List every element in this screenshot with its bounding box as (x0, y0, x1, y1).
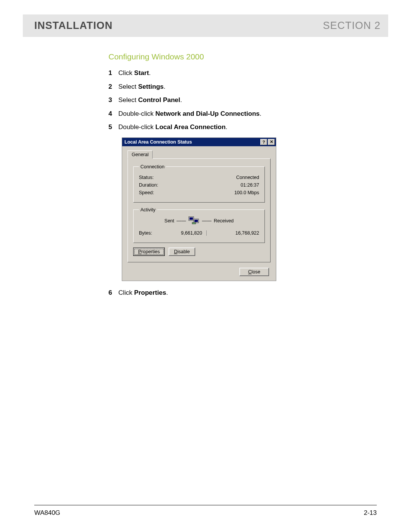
step-number: 4 (108, 109, 118, 119)
tab-general[interactable]: General (127, 150, 153, 159)
header-title: INSTALLATION (34, 20, 113, 32)
connection-legend: Connection (139, 164, 166, 169)
activity-group: Activity Sent —— (133, 207, 265, 243)
step-text: Double-click Local Area Connection. (118, 122, 228, 132)
step-number: 5 (108, 122, 118, 132)
step-number: 3 (108, 95, 118, 105)
separator (206, 230, 207, 236)
network-computers-icon (188, 216, 200, 226)
step-item: 6 Click Properties. (108, 288, 377, 298)
svg-rect-3 (194, 220, 198, 222)
activity-dash: —— (177, 218, 186, 224)
footer-model: WA840G (34, 509, 60, 517)
subheading: Configuring Windows 2000 (108, 52, 377, 61)
svg-rect-4 (192, 222, 196, 224)
bytes-sent: 9,661,820 (181, 230, 202, 236)
step-item: 1 Click Start. (108, 68, 377, 78)
sent-label: Sent (164, 218, 174, 224)
step-text: Double-click Network and Dial-Up Connect… (118, 109, 261, 119)
tab-panel: Connection Status: Connected Duration: 0… (127, 158, 271, 263)
step-text: Click Start. (118, 68, 151, 78)
bytes-label: Bytes: (139, 230, 152, 236)
page-header: INSTALLATION SECTION 2 (23, 14, 388, 37)
help-button[interactable]: ? (260, 139, 267, 145)
header-section: SECTION 2 (323, 20, 381, 32)
duration-value: 01:26:37 (241, 182, 259, 188)
disable-button[interactable]: Disable (169, 248, 195, 256)
step-list-a: 1 Click Start. 2 Select Settings. 3 Sele… (108, 68, 377, 132)
activity-legend: Activity (139, 207, 157, 212)
received-label: Received (214, 218, 234, 224)
bytes-received: 16,768,922 (235, 230, 259, 236)
dialog-title: Local Area Connection Status (124, 139, 192, 145)
page-footer: WA840G 2-13 (34, 505, 377, 517)
step-item: 3 Select Control Panel. (108, 95, 377, 105)
properties-button[interactable]: Properties (133, 248, 165, 256)
footer-page: 2-13 (364, 509, 377, 517)
titlebar[interactable]: Local Area Connection Status ? ✕ (122, 138, 276, 146)
step-item: 4 Double-click Network and Dial-Up Conne… (108, 109, 377, 119)
close-button[interactable]: Close (239, 268, 269, 276)
status-label: Status: (139, 175, 154, 180)
close-x-button[interactable]: ✕ (268, 139, 275, 145)
duration-label: Duration: (139, 182, 158, 188)
step-number: 6 (108, 288, 118, 298)
activity-dash: —— (202, 218, 212, 224)
step-item: 5 Double-click Local Area Connection. (108, 122, 377, 132)
step-text: Select Settings. (118, 82, 166, 92)
connection-status-dialog: Local Area Connection Status ? ✕ General… (122, 137, 276, 281)
step-number: 1 (108, 68, 118, 78)
step-text: Select Control Panel. (118, 95, 182, 105)
step-text: Click Properties. (118, 288, 168, 298)
step-number: 2 (108, 82, 118, 92)
speed-label: Speed: (139, 190, 154, 195)
svg-rect-1 (190, 217, 193, 220)
status-value: Connected (236, 175, 259, 180)
speed-value: 100.0 Mbps (234, 190, 259, 195)
connection-group: Connection Status: Connected Duration: 0… (133, 164, 265, 203)
step-list-b: 6 Click Properties. (108, 288, 377, 298)
step-item: 2 Select Settings. (108, 82, 377, 92)
